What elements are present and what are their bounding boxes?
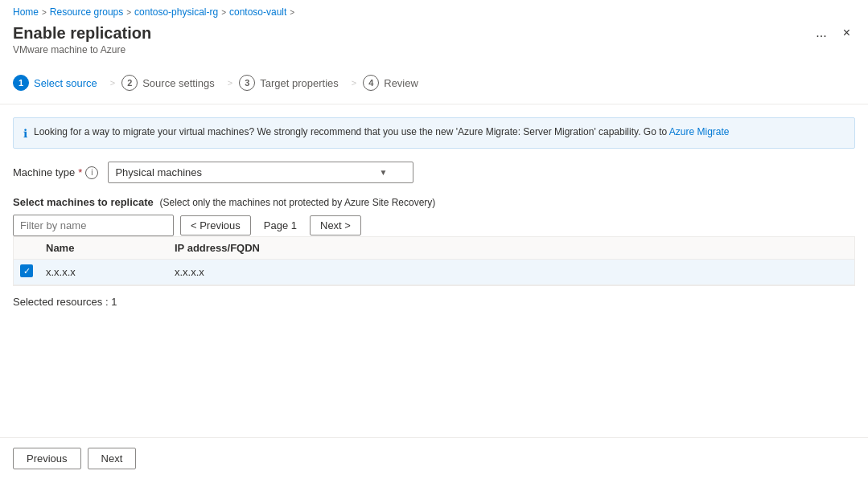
row-ip: x.x.x.x xyxy=(168,260,329,285)
machine-type-dropdown[interactable]: Physical machines ▼ xyxy=(108,162,413,183)
step-1[interactable]: 1 Select source xyxy=(13,72,110,94)
azure-migrate-link[interactable]: Azure Migrate xyxy=(669,126,730,137)
row-name: x.x.x.x xyxy=(39,260,168,285)
filter-input[interactable] xyxy=(13,215,174,236)
step-1-circle: 1 xyxy=(13,75,29,91)
machine-type-tooltip[interactable]: i xyxy=(85,166,98,179)
machine-type-label: Machine type * i xyxy=(13,166,98,179)
table-body: x.x.x.x x.x.x.x xyxy=(14,260,854,285)
breadcrumb-sep-2: > xyxy=(126,8,131,17)
next-page-button[interactable]: Next > xyxy=(310,215,361,235)
step-1-label: Select source xyxy=(34,77,97,89)
table-section-header: Select machines to replicate (Select onl… xyxy=(13,196,855,208)
breadcrumb-contoso-vault[interactable]: contoso-vault xyxy=(229,6,286,18)
info-banner-text: Looking for a way to migrate your virtua… xyxy=(34,126,730,137)
more-button[interactable]: ... xyxy=(811,24,831,42)
info-banner: ℹ Looking for a way to migrate your virt… xyxy=(13,117,855,149)
step-sep-1: > xyxy=(110,78,115,88)
page-header: Enable replication VMware machine to Azu… xyxy=(0,24,868,62)
breadcrumb-home[interactable]: Home xyxy=(13,6,39,18)
section-subtitle: (Select only the machines not protected … xyxy=(159,197,435,208)
step-2-circle: 2 xyxy=(121,75,138,91)
previous-button[interactable]: Previous xyxy=(13,448,81,469)
col-ip: IP address/FQDN xyxy=(168,237,329,260)
next-button[interactable]: Next xyxy=(88,448,137,469)
selected-resources: Selected resources : 1 xyxy=(13,296,855,308)
col-extra xyxy=(329,237,854,260)
page-title: Enable replication xyxy=(13,24,151,43)
table-header-row: Name IP address/FQDN xyxy=(14,237,854,260)
table-header: Name IP address/FQDN xyxy=(14,237,854,260)
col-checkbox xyxy=(14,237,39,260)
machine-type-row: Machine type * i Physical machines ▼ xyxy=(13,162,855,183)
breadcrumb-contoso-rg[interactable]: contoso-physical-rg xyxy=(134,6,218,18)
step-sep-2: > xyxy=(228,78,232,88)
dropdown-arrow-icon: ▼ xyxy=(379,168,387,177)
step-4-circle: 4 xyxy=(363,75,379,91)
page-subtitle: VMware machine to Azure xyxy=(13,44,151,55)
machine-type-value: Physical machines xyxy=(115,166,202,178)
step-4[interactable]: 4 Review xyxy=(363,72,431,94)
col-name: Name xyxy=(39,237,168,260)
breadcrumb-sep-1: > xyxy=(42,8,47,17)
breadcrumb-sep-4: > xyxy=(290,8,294,17)
breadcrumb-resource-groups[interactable]: Resource groups xyxy=(50,6,123,18)
breadcrumb: Home > Resource groups > contoso-physica… xyxy=(0,0,868,24)
close-button[interactable]: × xyxy=(838,24,855,42)
step-3-circle: 3 xyxy=(239,75,255,91)
header-left: Enable replication VMware machine to Azu… xyxy=(13,24,151,55)
row-checkbox[interactable] xyxy=(20,264,33,277)
step-2-label: Source settings xyxy=(142,77,215,89)
step-4-label: Review xyxy=(384,77,418,89)
page-info: Page 1 xyxy=(257,219,303,231)
prev-page-button[interactable]: < Previous xyxy=(180,215,251,235)
row-extra xyxy=(329,260,854,285)
breadcrumb-sep-3: > xyxy=(221,8,226,17)
section-title: Select machines to replicate xyxy=(13,196,154,208)
machine-type-select[interactable]: Physical machines ▼ xyxy=(108,162,413,183)
machines-table-wrapper: Name IP address/FQDN x.x.x.x x.x.x.x xyxy=(13,236,855,286)
required-marker: * xyxy=(78,166,82,178)
info-banner-icon: ℹ xyxy=(23,127,27,140)
selected-label: Selected resources : xyxy=(13,296,109,308)
step-3[interactable]: 3 Target properties xyxy=(239,72,352,94)
selected-count: 1 xyxy=(111,296,117,308)
table-controls: < Previous Page 1 Next > xyxy=(13,215,855,236)
row-checkbox-cell[interactable] xyxy=(14,260,39,285)
main-content: ℹ Looking for a way to migrate your virt… xyxy=(0,104,868,437)
machines-table: Name IP address/FQDN x.x.x.x x.x.x.x xyxy=(14,237,854,285)
header-actions: ... × xyxy=(811,24,855,42)
table-row: x.x.x.x x.x.x.x xyxy=(14,260,854,285)
page-footer: Previous Next xyxy=(0,437,868,479)
step-sep-3: > xyxy=(352,78,356,88)
step-3-label: Target properties xyxy=(260,77,339,89)
wizard-steps: 1 Select source > 2 Source settings > 3 … xyxy=(0,62,868,104)
step-2[interactable]: 2 Source settings xyxy=(121,72,228,94)
